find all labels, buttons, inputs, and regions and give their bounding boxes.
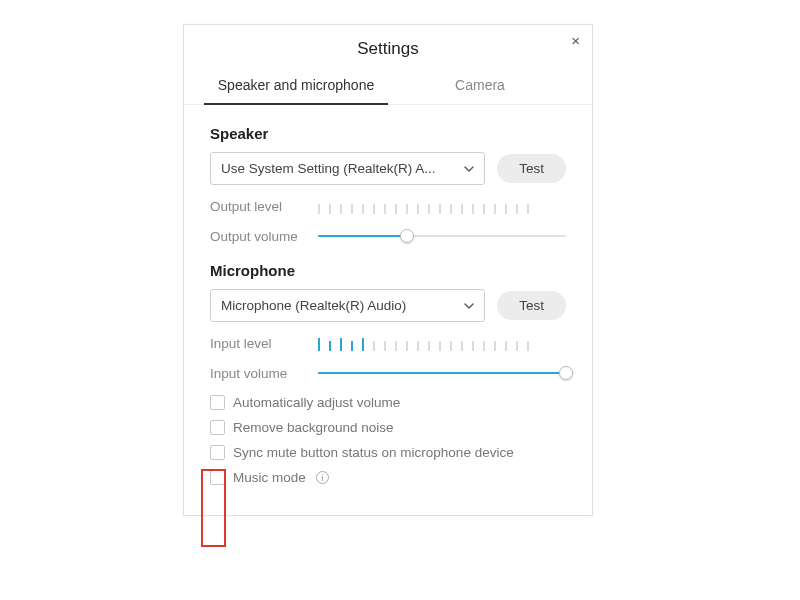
- meter-bar: [505, 341, 507, 351]
- meter-bar: [373, 341, 375, 351]
- meter-bar: [527, 204, 529, 214]
- speaker-heading: Speaker: [210, 125, 566, 142]
- checkbox-label: Automatically adjust volume: [233, 395, 400, 410]
- meter-bar: [406, 341, 408, 351]
- microphone-device-row: Microphone (Realtek(R) Audio) Test: [210, 289, 566, 322]
- meter-bar: [527, 341, 529, 351]
- meter-bar: [450, 204, 452, 214]
- meter-bar: [461, 204, 463, 214]
- meter-bar: [373, 204, 375, 214]
- checkbox-label: Sync mute button status on microphone de…: [233, 445, 514, 460]
- meter-bar: [406, 204, 408, 214]
- meter-bar: [318, 204, 320, 214]
- speaker-device-select[interactable]: Use System Setting (Realtek(R) A...: [210, 152, 485, 185]
- meter-bar: [494, 341, 496, 351]
- meter-bar: [318, 338, 320, 351]
- microphone-device-select[interactable]: Microphone (Realtek(R) Audio): [210, 289, 485, 322]
- dialog-title: Settings: [357, 39, 418, 58]
- meter-bar: [340, 204, 342, 214]
- checkbox-label: Music mode: [233, 470, 306, 485]
- tabs: Speaker and microphone Camera: [184, 69, 592, 105]
- tab-speaker-and-microphone[interactable]: Speaker and microphone: [204, 69, 388, 105]
- checkbox-sync-mute[interactable]: [210, 445, 225, 460]
- meter-bar: [428, 341, 430, 351]
- input-volume-label: Input volume: [210, 366, 318, 381]
- option-sync-mute-status: Sync mute button status on microphone de…: [210, 445, 566, 460]
- titlebar: Settings ×: [184, 25, 592, 63]
- meter-bar: [329, 341, 331, 351]
- meter-bar: [516, 341, 518, 351]
- settings-content: Speaker Use System Setting (Realtek(R) A…: [184, 105, 592, 485]
- meter-bar: [351, 341, 353, 351]
- output-level-label: Output level: [210, 199, 318, 214]
- option-auto-adjust-volume: Automatically adjust volume: [210, 395, 566, 410]
- input-volume-slider[interactable]: [318, 365, 566, 381]
- meter-bar: [472, 341, 474, 351]
- meter-bar: [417, 341, 419, 351]
- meter-bar: [461, 341, 463, 351]
- microphone-device-value: Microphone (Realtek(R) Audio): [221, 298, 406, 313]
- meter-bar: [439, 341, 441, 351]
- tab-label: Speaker and microphone: [218, 77, 374, 93]
- input-volume-row: Input volume: [210, 365, 566, 381]
- microphone-test-button[interactable]: Test: [497, 291, 566, 320]
- meter-bar: [340, 338, 342, 351]
- checkbox-remove-noise[interactable]: [210, 420, 225, 435]
- meter-bar: [384, 341, 386, 351]
- input-level-row: Input level: [210, 336, 566, 351]
- speaker-test-button[interactable]: Test: [497, 154, 566, 183]
- checkbox-auto-adjust[interactable]: [210, 395, 225, 410]
- chevron-down-icon: [464, 301, 474, 311]
- output-volume-label: Output volume: [210, 229, 318, 244]
- option-music-mode: Music mode i: [210, 470, 566, 485]
- meter-bar: [505, 204, 507, 214]
- tab-label: Camera: [455, 77, 505, 93]
- speaker-device-value: Use System Setting (Realtek(R) A...: [221, 161, 436, 176]
- meter-bar: [417, 204, 419, 214]
- output-volume-row: Output volume: [210, 228, 566, 244]
- checkbox-label: Remove background noise: [233, 420, 394, 435]
- meter-bar: [483, 204, 485, 214]
- meter-bar: [472, 204, 474, 214]
- meter-bar: [362, 338, 364, 351]
- speaker-device-row: Use System Setting (Realtek(R) A... Test: [210, 152, 566, 185]
- option-remove-background-noise: Remove background noise: [210, 420, 566, 435]
- meter-bar: [516, 204, 518, 214]
- close-icon[interactable]: ×: [571, 33, 580, 48]
- input-level-label: Input level: [210, 336, 318, 351]
- meter-bar: [428, 204, 430, 214]
- meter-bar: [450, 341, 452, 351]
- info-icon[interactable]: i: [316, 471, 329, 484]
- output-level-meter: [318, 200, 566, 214]
- output-level-row: Output level: [210, 199, 566, 214]
- meter-bar: [384, 204, 386, 214]
- meter-bar: [395, 341, 397, 351]
- chevron-down-icon: [464, 164, 474, 174]
- meter-bar: [351, 204, 353, 214]
- meter-bar: [494, 204, 496, 214]
- meter-bar: [395, 204, 397, 214]
- meter-bar: [439, 204, 441, 214]
- output-volume-slider[interactable]: [318, 228, 566, 244]
- meter-bar: [483, 341, 485, 351]
- checkbox-music-mode[interactable]: [210, 470, 225, 485]
- microphone-options: Automatically adjust volume Remove backg…: [210, 395, 566, 485]
- meter-bar: [362, 204, 364, 214]
- microphone-heading: Microphone: [210, 262, 566, 279]
- input-level-meter: [318, 337, 566, 351]
- meter-bar: [329, 204, 331, 214]
- tab-camera[interactable]: Camera: [388, 69, 572, 104]
- settings-dialog: Settings × Speaker and microphone Camera…: [183, 24, 593, 516]
